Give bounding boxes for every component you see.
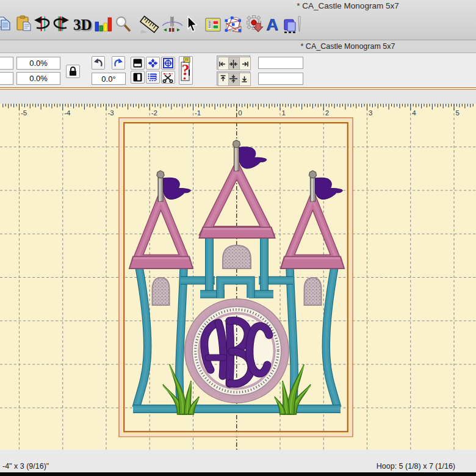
svg-text:-1: -1 (195, 109, 201, 117)
svg-text:-2: -2 (151, 109, 157, 117)
svg-text:2: 2 (325, 109, 329, 117)
svg-text:-3: -3 (108, 109, 114, 117)
svg-text:0: 0 (238, 109, 242, 117)
svg-text:-5: -5 (21, 109, 27, 117)
svg-text:4: 4 (412, 109, 416, 117)
svg-text:A: A (267, 15, 279, 34)
svg-text:5: 5 (456, 109, 460, 117)
svg-text:-4: -4 (64, 109, 71, 117)
svg-text:1: 1 (282, 109, 286, 117)
svg-text:3D: 3D (73, 16, 92, 33)
svg-text:?: ? (182, 61, 190, 79)
svg-text:3: 3 (369, 109, 372, 117)
